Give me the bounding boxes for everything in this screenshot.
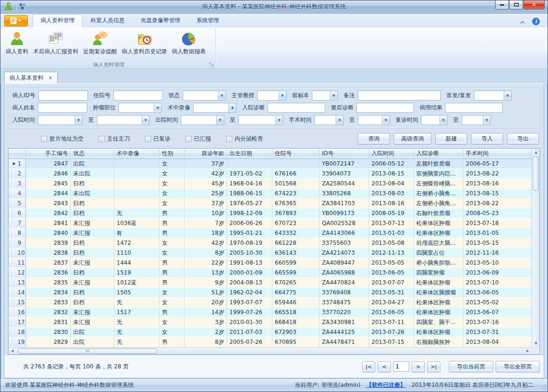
combo-input[interactable] (38, 116, 75, 125)
column-header[interactable]: ID号 (320, 149, 369, 158)
prev-page-button[interactable]: < (378, 361, 391, 372)
combo-input[interactable] (462, 116, 483, 125)
scroll-up-icon[interactable]: ▲ (532, 149, 540, 156)
combo-input[interactable] (183, 91, 218, 100)
table-row[interactable]: 92839归档1472女42岁1970-08-19661228337556032… (8, 238, 531, 248)
vertical-scroll-thumb[interactable] (533, 157, 539, 191)
scroll-left-icon[interactable]: ◀ (8, 348, 16, 355)
column-header[interactable]: 手术时间 (464, 149, 532, 158)
tab-patient-basic-info[interactable]: 病人基本资料 ✕ (4, 72, 58, 83)
column-header[interactable]: 入院诊断 (414, 149, 464, 158)
combo-input[interactable] (119, 103, 154, 112)
combo-input[interactable] (422, 116, 439, 125)
dialog-launcher-icon[interactable] (209, 62, 214, 68)
combo-input[interactable] (315, 116, 336, 125)
table-row[interactable]: 62842归档无男10岁1998-12-09367893YB0099173200… (8, 209, 531, 218)
action-button[interactable]: 新建 (435, 133, 467, 144)
chevron-down-icon[interactable]: ▼ (75, 116, 82, 125)
collapse-ribbon-icon[interactable] (520, 19, 525, 25)
text-input[interactable] (113, 91, 163, 100)
combo-box[interactable]: ▼ (314, 115, 344, 125)
row-header[interactable]: 4 (8, 189, 26, 199)
column-header[interactable]: 住院号 (272, 149, 320, 158)
table-row[interactable]: ▶12847出院女37岁YB00721472006-05-12左额叶胶质瘤200… (8, 159, 531, 169)
action-button[interactable]: 高级查询 (394, 133, 431, 144)
column-header[interactable]: 性别 (160, 149, 185, 158)
combo-input[interactable] (194, 103, 228, 112)
row-header[interactable]: 18 (8, 327, 26, 337)
action-button[interactable]: 导出 (507, 133, 539, 144)
row-header[interactable]: 7 (8, 218, 26, 228)
maximize-button[interactable] (509, 0, 523, 9)
scroll-right-icon[interactable]: ▶ (524, 348, 531, 355)
table-row[interactable]: 102838归档1110女8岁2005-10-30636143ZA4214073… (8, 248, 531, 258)
chevron-down-icon[interactable]: ▼ (483, 116, 490, 125)
column-header[interactable]: 就诊年龄 (185, 149, 227, 158)
row-header[interactable]: 16 (8, 308, 26, 317)
column-header[interactable]: 入院时间 (369, 149, 414, 158)
row-header[interactable]: 2 (8, 169, 26, 179)
combo-box[interactable]: ▼ (257, 91, 287, 100)
table-row[interactable]: 82840未汇报有男18岁1995-01-21643332ZA414306620… (8, 228, 531, 238)
close-button[interactable]: ✕ (523, 0, 545, 9)
row-header[interactable]: 10 (8, 248, 26, 258)
combo-input[interactable] (474, 91, 504, 100)
chevron-down-icon[interactable]: ▼ (382, 116, 389, 125)
table-row[interactable]: 172831未汇报无女3岁2010-01-30668418ZA343098120… (8, 317, 531, 327)
ribbon-button[interactable]: 术后病人汇报资料 (31, 29, 81, 57)
first-page-button[interactable]: |< (362, 361, 375, 372)
export-current-page-button[interactable]: 导出当前页 (449, 361, 493, 372)
text-input[interactable] (356, 103, 414, 113)
combo-box[interactable]: ▼ (421, 115, 447, 125)
combo-box[interactable]: ▼ (193, 103, 236, 113)
combo-box[interactable]: ▼ (118, 103, 162, 113)
column-header[interactable]: 状态 (71, 149, 114, 158)
row-header[interactable]: 8 (8, 228, 26, 238)
action-button[interactable]: 导入 (471, 133, 503, 144)
text-input[interactable] (38, 103, 87, 113)
page-number-input[interactable] (393, 361, 409, 372)
table-row[interactable]: 162832未汇报1517男14岁1999-07-266655183377022… (8, 308, 531, 317)
combo-box[interactable]: ▼ (238, 115, 283, 125)
minimize-button[interactable] (495, 0, 509, 9)
row-header[interactable]: 14 (8, 288, 26, 298)
ribbon-tab[interactable]: 系统管理 (188, 14, 227, 27)
combo-box[interactable]: ▼ (462, 115, 491, 125)
row-header[interactable]: 3 (8, 179, 26, 189)
chevron-down-icon[interactable]: ▼ (504, 91, 511, 100)
filter-checkbox[interactable]: 主任主刀 (99, 135, 130, 143)
row-header[interactable]: 9 (8, 238, 26, 248)
row-header[interactable]: 6 (8, 209, 26, 218)
chevron-down-icon[interactable]: ▼ (142, 116, 149, 125)
horizontal-scroll-thumb[interactable] (18, 349, 157, 354)
table-row[interactable]: 182830出院无女2岁2011-07-03672903ZA4444125201… (8, 327, 531, 337)
column-header[interactable]: 出生日期 (227, 149, 272, 158)
table-row[interactable]: 42844未出院女25岁1988-06-15674223338052682013… (8, 189, 531, 199)
text-input[interactable] (358, 91, 441, 100)
text-input[interactable] (268, 103, 325, 113)
table-row[interactable]: 112837未汇报1444男22岁1991-08-13660599ZA40894… (8, 258, 531, 268)
combo-input[interactable] (312, 91, 330, 100)
chevron-down-icon[interactable]: ▼ (228, 103, 236, 112)
combo-box[interactable]: ▼ (312, 91, 338, 100)
table-row[interactable]: 72841未汇报1036蓝男7岁2006-06-26670723QA002552… (8, 218, 531, 228)
column-header[interactable]: 手工编号 (26, 149, 71, 158)
ribbon-button[interactable]: 病人数据报表 (169, 29, 208, 57)
row-header[interactable]: 15 (8, 298, 26, 308)
combo-input[interactable] (239, 116, 275, 125)
row-header[interactable]: ▶1 (8, 159, 26, 169)
combo-box[interactable]: ▼ (183, 91, 226, 100)
chevron-down-icon[interactable]: ▼ (330, 91, 337, 100)
filter-checkbox[interactable]: 内分泌检查 (226, 135, 263, 143)
combo-input[interactable] (258, 91, 278, 100)
combo-input[interactable] (181, 116, 216, 125)
ribbon-button[interactable]: 近期复诊提醒 (81, 29, 119, 57)
table-row[interactable]: 122836归档1519男13岁2000-01-09665599ZA406598… (8, 268, 531, 278)
combo-input[interactable] (358, 116, 382, 125)
table-row[interactable]: 152833归档无女20岁1993-07-0765944633748475201… (8, 298, 531, 308)
chevron-down-icon[interactable]: ▼ (154, 103, 161, 112)
table-row[interactable]: 52843归档女37岁1976-05-27676365ZA38417032013… (8, 199, 531, 209)
next-page-button[interactable]: > (412, 361, 425, 372)
license-registered-link[interactable]: 【软件已注册】 (366, 381, 405, 389)
chevron-down-icon[interactable]: ▼ (275, 116, 283, 125)
